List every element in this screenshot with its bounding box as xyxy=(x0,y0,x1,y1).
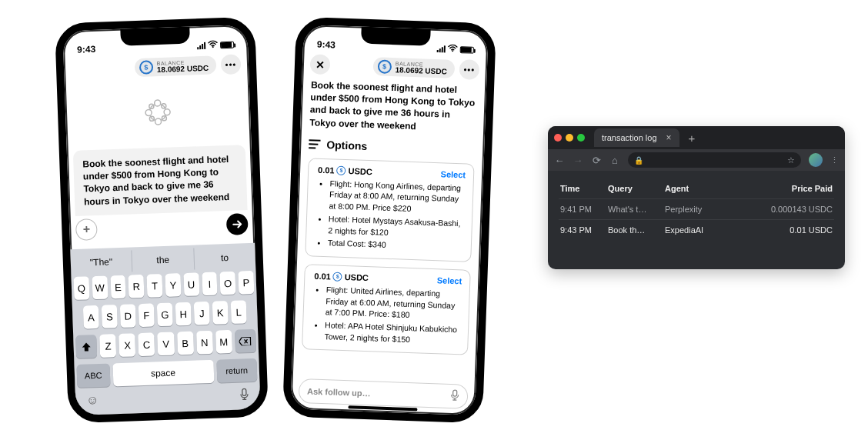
key[interactable]: H xyxy=(175,302,192,326)
chrome-tab-strip: transaction log × + xyxy=(548,126,845,149)
forward-icon[interactable]: → xyxy=(573,155,583,166)
key[interactable]: I xyxy=(202,272,218,296)
send-button[interactable] xyxy=(226,213,249,235)
phone-left: 9:43 BALANCE 18.0692 USDC ••• xyxy=(55,17,269,424)
status-icons xyxy=(437,43,474,55)
svg-point-1 xyxy=(155,100,161,106)
svg-point-3 xyxy=(145,109,152,115)
options-header: Options xyxy=(309,138,475,156)
close-tab-icon[interactable]: × xyxy=(666,132,672,143)
key[interactable]: O xyxy=(220,272,236,295)
option-card: 0.01 USDC Select Flight: Hong Kong Airli… xyxy=(305,158,474,262)
cellular-icon xyxy=(197,42,205,48)
more-button[interactable]: ••• xyxy=(221,54,242,75)
svg-point-10 xyxy=(452,50,453,52)
key[interactable]: E xyxy=(110,275,126,299)
key[interactable]: P xyxy=(239,271,255,295)
usdc-icon xyxy=(333,272,342,281)
select-button[interactable]: Select xyxy=(437,275,462,285)
profile-avatar[interactable] xyxy=(809,153,823,167)
bookmark-icon[interactable]: ☆ xyxy=(787,155,795,165)
key[interactable]: Q xyxy=(74,276,90,300)
tab-title: transaction log xyxy=(602,133,657,142)
key[interactable]: N xyxy=(196,331,213,355)
add-button[interactable]: + xyxy=(75,218,98,241)
minimize-icon[interactable] xyxy=(566,134,573,142)
balance-value: 18.0692 USDC xyxy=(395,66,447,75)
status-time: 9:43 xyxy=(77,44,96,55)
option-details: Flight: United Airlines, departing Frida… xyxy=(312,284,462,347)
list-icon xyxy=(309,139,320,149)
key[interactable]: R xyxy=(129,275,145,298)
close-button[interactable]: ✕ xyxy=(310,54,331,75)
col-price: Price Paid xyxy=(756,184,833,193)
select-button[interactable]: Select xyxy=(441,169,466,179)
balance-pill[interactable]: BALANCE 18.0692 USDC xyxy=(372,57,455,78)
balance-pill[interactable]: BALANCE 18.0692 USDC xyxy=(134,55,216,77)
usdc-icon xyxy=(336,165,346,175)
menu-icon[interactable]: ⋮ xyxy=(830,155,839,165)
more-button[interactable]: ••• xyxy=(459,59,479,80)
key[interactable]: A xyxy=(83,305,99,329)
table-header: Time Query Agent Price Paid xyxy=(559,178,834,198)
followup-input[interactable]: Ask follow up… xyxy=(299,378,469,409)
key[interactable]: Y xyxy=(165,273,181,297)
key[interactable]: F xyxy=(139,303,155,327)
space-key[interactable]: space xyxy=(112,360,214,387)
shift-key[interactable] xyxy=(75,335,97,358)
key[interactable]: M xyxy=(215,330,232,354)
key[interactable]: B xyxy=(177,332,194,355)
key[interactable]: V xyxy=(158,332,175,356)
wifi-icon xyxy=(208,39,218,50)
key[interactable]: Z xyxy=(99,334,116,358)
kb-suggestion[interactable]: the xyxy=(132,248,194,272)
return-key[interactable]: return xyxy=(216,358,257,383)
key[interactable]: K xyxy=(212,301,229,325)
transaction-table: Time Query Agent Price Paid 9:41 PM What… xyxy=(548,171,845,240)
window-controls xyxy=(554,134,585,142)
close-icon[interactable] xyxy=(554,134,562,142)
app-logo xyxy=(65,78,252,146)
reload-icon[interactable]: ⟳ xyxy=(591,155,602,166)
table-row[interactable]: 9:41 PM What's t… Perplexity 0.000143 US… xyxy=(559,198,834,219)
key[interactable]: W xyxy=(92,276,108,300)
maximize-icon[interactable] xyxy=(577,134,585,142)
browser-tab[interactable]: transaction log × xyxy=(594,128,679,147)
mic-icon[interactable] xyxy=(239,388,250,404)
option-details: Flight: Hong Kong Airlines, departing Fr… xyxy=(315,177,466,253)
options-label: Options xyxy=(326,138,367,152)
kb-suggestion[interactable]: "The" xyxy=(70,250,132,274)
mic-icon[interactable] xyxy=(450,388,460,403)
key[interactable]: J xyxy=(194,302,210,325)
new-tab-button[interactable]: + xyxy=(689,132,696,145)
key[interactable]: G xyxy=(157,303,173,327)
key[interactable]: S xyxy=(102,305,118,328)
address-bar[interactable]: 🔒 ☆ xyxy=(628,152,801,168)
emoji-icon[interactable]: ☺ xyxy=(86,393,99,410)
backspace-key[interactable] xyxy=(235,329,256,353)
query-input-card[interactable]: Book the soonest flight and hotel under … xyxy=(73,145,248,216)
key[interactable]: C xyxy=(139,332,155,356)
key[interactable]: D xyxy=(120,304,136,328)
balance-value: 18.0692 USDC xyxy=(157,64,209,73)
key[interactable]: U xyxy=(183,272,199,296)
key[interactable]: T xyxy=(147,274,163,298)
svg-point-0 xyxy=(212,46,214,48)
option-price: 0.01 USDC xyxy=(314,272,369,282)
svg-point-4 xyxy=(164,109,170,115)
key[interactable]: X xyxy=(119,333,136,357)
col-query: Query xyxy=(608,184,660,193)
option-price: 0.01 USDC xyxy=(318,165,372,175)
home-icon[interactable]: ⌂ xyxy=(609,155,620,166)
table-row[interactable]: 9:43 PM Book th… ExpediaAI 0.01 USDC xyxy=(559,219,834,240)
back-icon[interactable]: ← xyxy=(554,155,565,166)
abc-key[interactable]: ABC xyxy=(76,363,110,387)
svg-rect-11 xyxy=(453,390,457,396)
ios-keyboard: "The" the to Q W E R T Y U I O P A S D F xyxy=(70,243,260,415)
status-icons xyxy=(197,39,234,52)
key[interactable]: L xyxy=(231,300,247,324)
kb-suggestion[interactable]: to xyxy=(193,246,255,270)
wifi-icon xyxy=(448,44,458,55)
query-text: Book the soonest flight and hotel under … xyxy=(82,154,229,207)
option-card: 0.01 USDC Select Flight: United Airlines… xyxy=(302,264,471,355)
